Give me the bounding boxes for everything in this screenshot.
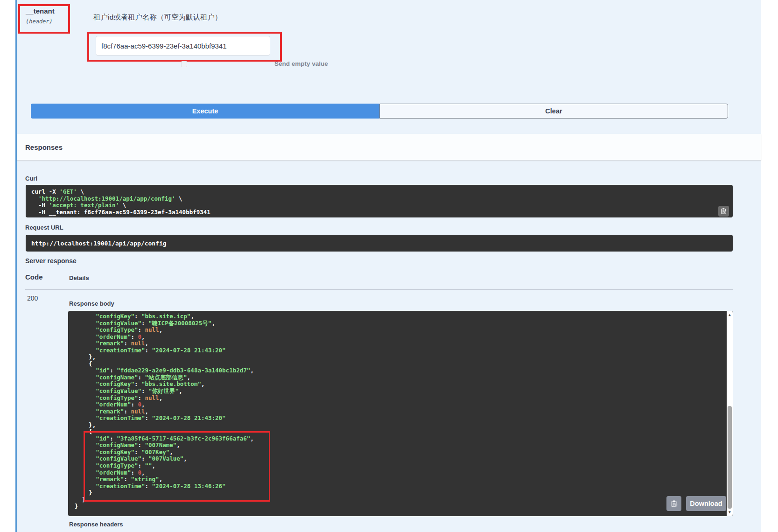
- copy-curl-button[interactable]: [718, 206, 729, 217]
- download-button[interactable]: Download: [686, 496, 726, 511]
- server-response-label: Server response: [25, 257, 77, 265]
- request-url-label: Request URL: [25, 224, 63, 231]
- highlight-box-response-item: [84, 431, 270, 502]
- response-body-label: Response body: [69, 300, 114, 307]
- responses-title: Responses: [25, 143, 63, 151]
- response-headers-label: Response headers: [69, 521, 123, 528]
- send-empty-value-label: Send empty value: [274, 60, 328, 67]
- scrollbar-up-arrow-icon[interactable]: ▲: [727, 313, 733, 317]
- response-body-box: "configKey": "bbs.site.icp", "configValu…: [68, 311, 733, 516]
- parameter-name: __tenant: [26, 7, 68, 15]
- clear-button[interactable]: Clear: [379, 104, 728, 119]
- parameter-description: 租户id或者租户名称（可空为默认租户）: [93, 13, 222, 22]
- request-url-box: http://localhost:19001/api/app/config: [26, 235, 733, 252]
- swagger-ui-screen: __tenant (header) 租户id或者租户名称（可空为默认租户） Se…: [0, 0, 778, 532]
- get-operation-block: __tenant (header) 租户id或者租户名称（可空为默认租户） Se…: [15, 0, 761, 532]
- parameter-location: (header): [26, 18, 68, 25]
- send-empty-value-checkbox[interactable]: [181, 61, 187, 67]
- responses-section-header: Responses: [17, 134, 761, 161]
- curl-command-box: curl -X 'GET' \ 'http://localhost:19001/…: [26, 185, 733, 217]
- details-column-header: Details: [69, 274, 89, 281]
- curl-label: Curl: [25, 175, 37, 182]
- tenant-value-input[interactable]: [96, 36, 270, 56]
- clipboard-copy-icon: [720, 208, 727, 215]
- clipboard-copy-icon: [670, 500, 678, 508]
- code-column-header: Code: [25, 273, 43, 281]
- request-url-value: http://localhost:19001/api/app/config: [31, 240, 167, 247]
- response-body-scrollbar[interactable]: ▲ ▼: [727, 311, 733, 516]
- status-code: 200: [27, 294, 38, 302]
- scrollbar-down-arrow-icon[interactable]: ▼: [727, 510, 733, 515]
- curl-command: curl -X 'GET' \ 'http://localhost:19001/…: [31, 189, 727, 216]
- scrollbar-thumb[interactable]: [728, 406, 732, 509]
- execute-button[interactable]: Execute: [31, 104, 379, 119]
- copy-response-button[interactable]: [666, 496, 681, 511]
- highlight-box-parameter-name: __tenant (header): [18, 4, 70, 34]
- table-header-divider: [25, 289, 733, 290]
